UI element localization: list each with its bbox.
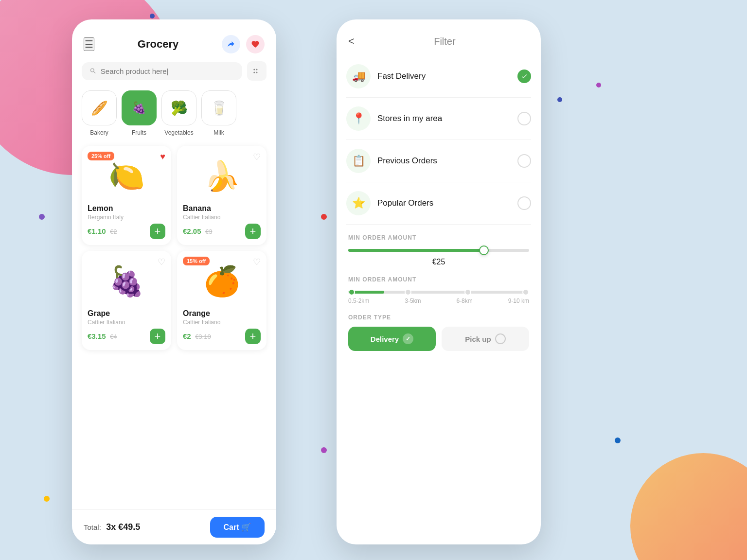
product-banana: ♡ 🍌 Banana Cattier Italiano €2.05 €3 + [177, 146, 267, 245]
wishlist-orange[interactable]: ♡ [253, 257, 261, 267]
category-vegetables[interactable]: 🥦 Vegetables [161, 90, 196, 136]
order-type-row: Delivery ✓ Pick up [348, 327, 529, 351]
distance-label-3: 6-8km [456, 298, 472, 304]
price-new-lemon: €1.10 [88, 227, 106, 235]
product-lemon: 25% off ♥ 🍋 Lemon Bergamo Italy €1.10 €2… [82, 146, 171, 245]
price-new-orange: €2 [183, 332, 191, 340]
stores-radio[interactable] [517, 112, 531, 125]
filter-previous-orders[interactable]: 📋 Previous Orders [346, 140, 531, 182]
pickup-button[interactable]: Pick up [442, 327, 529, 351]
menu-button[interactable]: ☰ [84, 37, 94, 51]
category-list: 🥖 Bakery 🍇 Fruits 🥦 Vegetables 🥛 Milk [72, 81, 276, 140]
delivery-button[interactable]: Delivery ✓ [348, 327, 436, 351]
grocery-phone: ☰ Grocery 🥖 Bakery 🍇 Fruits [72, 19, 276, 544]
decorative-dot-5 [321, 447, 327, 453]
distance-label-2: 3-5km [405, 298, 421, 304]
add-to-cart-lemon[interactable]: + [150, 224, 165, 239]
order-type-section: ORDER TYPE Delivery ✓ Pick up [337, 314, 541, 361]
order-type-label: ORDER TYPE [348, 314, 529, 321]
fast-delivery-radio[interactable] [517, 70, 531, 83]
search-icon [89, 67, 97, 75]
distance-dot-4 [522, 289, 529, 296]
category-milk[interactable]: 🥛 Milk [201, 90, 236, 136]
popular-orders-radio[interactable] [517, 196, 531, 210]
svg-point-2 [256, 69, 258, 70]
price-group-lemon: €1.10 €2 [88, 227, 117, 236]
stores-label: Stores in my area [377, 114, 511, 123]
product-origin-banana: Cattier Italiano [183, 214, 261, 221]
stores-icon: 📍 [346, 106, 371, 131]
distance-labels: 0.5-2km 3-5km 6-8km 9-10 km [348, 298, 529, 304]
category-bakery[interactable]: 🥖 Bakery [82, 90, 117, 136]
left-header: ☰ Grocery [72, 19, 276, 61]
product-name-orange: Orange [183, 309, 261, 318]
total-amount: 3x €49.5 [106, 522, 140, 532]
decorative-dot-1 [596, 83, 601, 88]
min-order-value: €25 [348, 258, 529, 266]
svg-point-0 [253, 69, 255, 70]
min-order-label: MIN ORDER AMOUNT [348, 234, 529, 241]
product-name-lemon: Lemon [88, 204, 165, 213]
product-name-banana: Banana [183, 204, 261, 213]
previous-orders-radio[interactable] [517, 154, 531, 168]
vegetables-icon-wrap: 🥦 [161, 90, 196, 125]
fruits-icon-wrap: 🍇 [122, 90, 157, 125]
min-order-fill [348, 249, 484, 252]
min-order-section: MIN ORDER AMOUNT €25 [337, 225, 541, 276]
product-price-row-banana: €2.05 €3 + [183, 224, 261, 239]
previous-orders-icon: 📋 [346, 149, 371, 173]
filter-fast-delivery[interactable]: 🚚 Fast Delivery [346, 55, 531, 98]
price-group-orange: €2 €3.10 [183, 332, 211, 341]
discount-badge-orange: 15% off [183, 257, 210, 265]
bg-decoration-orange [630, 453, 747, 560]
product-orange: 15% off ♡ 🍊 Orange Cattier Italiano €2 €… [177, 251, 267, 350]
cart-total: Total: 3x €49.5 [84, 522, 140, 532]
share-button[interactable] [222, 35, 240, 53]
product-image-banana: 🍌 [183, 152, 261, 200]
min-order-thumb[interactable] [479, 245, 489, 255]
fruits-label: Fruits [132, 129, 146, 136]
wishlist-grape[interactable]: ♡ [158, 257, 165, 267]
filter-stores[interactable]: 📍 Stores in my area [346, 98, 531, 140]
back-button[interactable]: < [348, 35, 355, 48]
filter-dots-button[interactable] [247, 61, 267, 81]
popular-orders-label: Popular Orders [377, 198, 511, 208]
add-to-cart-grape[interactable]: + [150, 329, 165, 344]
product-origin-grape: Cattier Italiano [88, 319, 165, 326]
wishlist-lemon[interactable]: ♥ [160, 152, 165, 162]
header-icons [222, 35, 265, 53]
product-name-grape: Grape [88, 309, 165, 318]
category-fruits[interactable]: 🍇 Fruits [122, 90, 157, 136]
wishlist-banana[interactable]: ♡ [253, 152, 261, 162]
milk-label: Milk [213, 129, 224, 136]
search-bar [82, 61, 267, 81]
price-new-grape: €3.15 [88, 332, 106, 340]
add-to-cart-banana[interactable]: + [245, 224, 261, 239]
search-input[interactable] [101, 67, 234, 75]
wishlist-button[interactable] [246, 35, 265, 53]
filter-phone: < Filter 🚚 Fast Delivery 📍 Stores in my … [337, 19, 541, 544]
search-input-wrap[interactable] [82, 62, 242, 80]
svg-point-3 [256, 72, 258, 73]
add-to-cart-orange[interactable]: + [245, 329, 261, 344]
decorative-dot-0 [150, 14, 155, 18]
price-old-banana: €3 [205, 228, 212, 235]
decorative-dot-2 [39, 214, 45, 220]
distance-label-1: 0.5-2km [348, 298, 369, 304]
price-old-lemon: €2 [110, 228, 117, 235]
distance-track [348, 291, 529, 294]
filter-title: Filter [360, 36, 529, 47]
filter-header: < Filter [337, 19, 541, 55]
distance-dot-1 [348, 289, 355, 296]
distance-dot-3 [464, 289, 471, 296]
product-price-row-grape: €3.15 €4 + [88, 329, 165, 344]
cart-bar: Total: 3x €49.5 Cart 🛒 [72, 509, 276, 544]
bakery-label: Bakery [90, 129, 108, 136]
total-label: Total: [84, 523, 101, 531]
min-order-track [348, 249, 529, 252]
price-old-grape: €4 [110, 333, 117, 340]
filter-popular-orders[interactable]: ⭐ Popular Orders [346, 182, 531, 225]
cart-button[interactable]: Cart 🛒 [210, 517, 265, 538]
fast-delivery-icon: 🚚 [346, 64, 371, 88]
price-group-banana: €2.05 €3 [183, 227, 212, 236]
